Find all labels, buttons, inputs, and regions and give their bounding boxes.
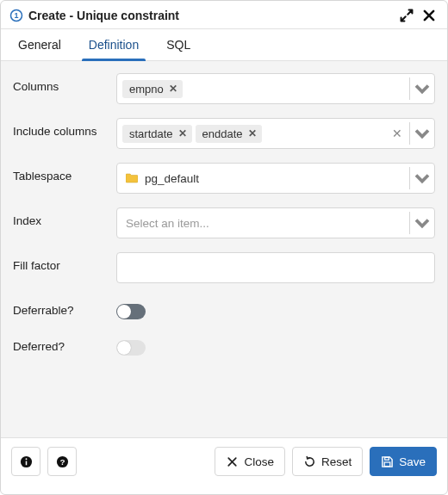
tab-general[interactable]: General [11, 29, 68, 60]
save-label: Save [399, 455, 426, 468]
chip-empno: empno ✕ [122, 80, 183, 98]
deferrable-toggle[interactable] [116, 304, 146, 319]
close-button[interactable]: Close [215, 447, 285, 476]
tabs: General Definition SQL [1, 29, 447, 61]
fill-factor-input[interactable] [116, 252, 435, 283]
expand-icon[interactable] [399, 8, 414, 23]
svg-rect-7 [385, 457, 389, 460]
row-columns: Columns empno ✕ [13, 73, 435, 104]
row-fill-factor: Fill factor [13, 252, 435, 283]
index-placeholder: Select an item... [117, 217, 409, 230]
row-index: Index Select an item... [13, 207, 435, 238]
row-deferred: Deferred? [13, 333, 435, 356]
include-columns-multiselect[interactable]: startdate ✕ enddate ✕ ✕ [116, 118, 435, 149]
chip-label: startdate [129, 127, 173, 140]
info-icon [20, 455, 33, 468]
columns-chips: empno ✕ [117, 77, 409, 102]
chip-label: empno [129, 83, 164, 96]
row-include-columns: Include columns startdate ✕ enddate ✕ ✕ [13, 118, 435, 149]
save-button[interactable]: Save [370, 447, 437, 476]
label-tablespace: Tablespace [13, 163, 116, 183]
svg-text:?: ? [59, 457, 65, 466]
svg-text:1: 1 [14, 11, 18, 20]
svg-rect-8 [384, 461, 390, 466]
label-deferred: Deferred? [13, 333, 116, 353]
folder-icon [126, 173, 138, 183]
x-icon [226, 455, 239, 468]
row-deferrable: Deferrable? [13, 297, 435, 319]
save-icon [381, 455, 394, 468]
clear-icon[interactable]: ✕ [385, 127, 409, 140]
chevron-down-icon[interactable] [410, 166, 434, 190]
chip-enddate: enddate ✕ [196, 125, 262, 143]
footer: ? Close Reset Save [1, 437, 447, 485]
chip-remove-icon[interactable]: ✕ [178, 127, 187, 139]
label-fill-factor: Fill factor [13, 252, 116, 272]
info-button[interactable] [11, 447, 40, 476]
close-label: Close [244, 455, 274, 468]
tablespace-select[interactable]: pg_default [116, 163, 435, 194]
include-columns-chips: startdate ✕ enddate ✕ [117, 121, 385, 146]
chip-remove-icon[interactable]: ✕ [248, 127, 257, 139]
tablespace-value: pg_default [145, 172, 199, 185]
chevron-down-icon[interactable] [410, 211, 434, 235]
info-circle-icon: 1 [9, 9, 23, 22]
chevron-down-icon[interactable] [410, 77, 434, 101]
question-icon: ? [56, 455, 69, 468]
reset-button[interactable]: Reset [292, 447, 363, 476]
label-index: Index [13, 207, 116, 227]
svg-point-4 [25, 458, 27, 460]
index-select[interactable]: Select an item... [116, 207, 435, 238]
close-icon[interactable] [421, 8, 437, 23]
reset-label: Reset [321, 455, 352, 468]
label-include-columns: Include columns [13, 118, 116, 138]
label-columns: Columns [13, 73, 116, 93]
tab-sql[interactable]: SQL [159, 29, 197, 60]
chip-remove-icon[interactable]: ✕ [169, 83, 177, 95]
deferred-toggle [116, 340, 146, 356]
help-button[interactable]: ? [47, 447, 77, 476]
row-tablespace: Tablespace pg_default [13, 163, 435, 194]
switch-knob [117, 341, 131, 355]
chevron-down-icon[interactable] [410, 121, 434, 145]
label-deferrable: Deferrable? [13, 297, 116, 317]
columns-multiselect[interactable]: empno ✕ [116, 73, 435, 104]
chip-startdate: startdate ✕ [122, 125, 192, 143]
switch-knob [117, 305, 131, 319]
dialog-title: Create - Unique constraint [28, 9, 392, 22]
titlebar: 1 Create - Unique constraint [1, 1, 447, 29]
reset-icon [303, 455, 316, 468]
svg-rect-3 [25, 461, 27, 465]
chip-label: enddate [202, 127, 243, 140]
tab-definition[interactable]: Definition [82, 29, 146, 60]
form-body: Columns empno ✕ Include columns [1, 61, 447, 437]
